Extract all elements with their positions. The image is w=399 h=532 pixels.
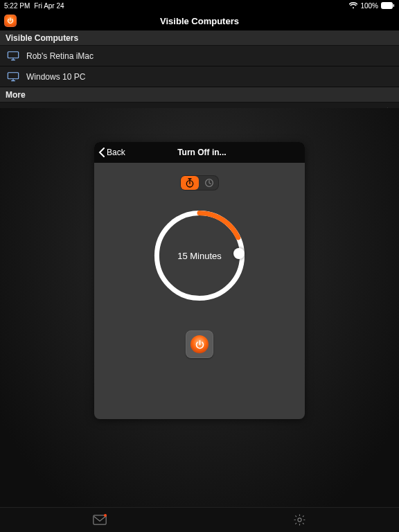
modal-title: Turn Off in... <box>130 148 305 157</box>
timer-dial[interactable]: 15 Minutes <box>151 207 248 304</box>
svg-rect-1 <box>393 4 395 7</box>
clock-icon <box>204 177 215 188</box>
svg-point-10 <box>297 518 301 522</box>
monitor-icon <box>7 72 19 82</box>
tab-bar <box>0 507 399 532</box>
svg-rect-0 <box>382 3 393 9</box>
tab-settings[interactable] <box>200 508 399 532</box>
svg-rect-2 <box>8 51 18 57</box>
gear-icon <box>293 513 306 526</box>
computer-label: Windows 10 PC <box>26 72 392 82</box>
section-header-visible: Visible Computers <box>0 30 399 46</box>
status-battery-text: 100% <box>360 2 378 10</box>
nav-bar: Visible Computers <box>0 11 399 30</box>
back-label: Back <box>107 148 125 157</box>
power-icon <box>190 335 209 353</box>
app-power-icon[interactable] <box>4 15 17 27</box>
status-date: Fri Apr 24 <box>34 2 64 10</box>
battery-icon <box>381 2 395 9</box>
segment-timer[interactable] <box>181 176 199 190</box>
monitor-icon <box>7 51 19 61</box>
modal-header: Back Turn Off in... <box>94 142 305 163</box>
svg-rect-9 <box>94 515 106 524</box>
status-time: 5:22 PM <box>4 2 30 10</box>
section-header-more: More <box>0 87 399 103</box>
mode-segmented-control[interactable] <box>180 175 219 190</box>
timer-modal: Back Turn Off in... 15 Minu <box>94 142 305 419</box>
svg-rect-3 <box>8 72 18 78</box>
dial-value-label: 15 Minutes <box>151 207 248 304</box>
segment-clock[interactable] <box>200 175 219 190</box>
chevron-left-icon <box>98 148 105 157</box>
computer-row[interactable]: Rob's Retina iMac <box>0 46 399 66</box>
tab-mail[interactable] <box>0 508 200 532</box>
status-bar: 5:22 PM Fri Apr 24 100% <box>0 0 399 11</box>
back-button[interactable]: Back <box>94 148 130 157</box>
computer-row[interactable]: Windows 10 PC <box>0 66 399 87</box>
stopwatch-icon <box>184 177 195 188</box>
confirm-power-button[interactable] <box>186 330 213 358</box>
notification-dot <box>104 514 107 517</box>
computer-label: Rob's Retina iMac <box>26 51 392 61</box>
wifi-icon <box>349 2 357 9</box>
nav-title: Visible Computers <box>21 16 378 26</box>
